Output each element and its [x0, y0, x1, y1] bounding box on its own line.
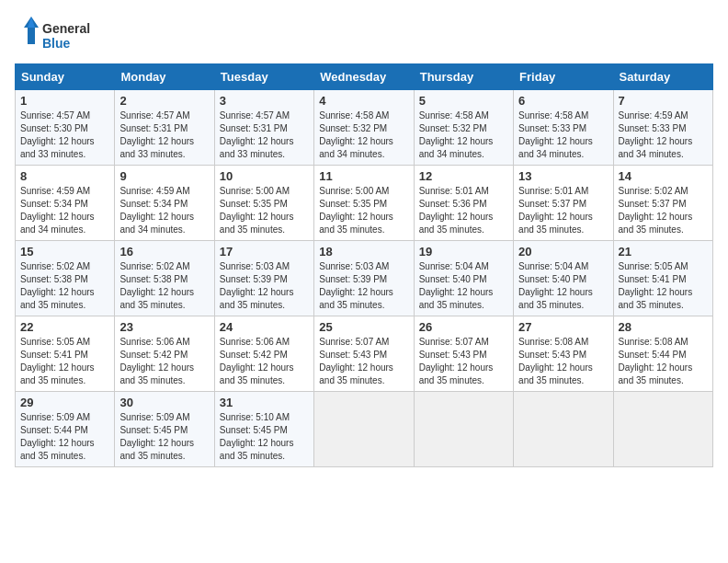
svg-text:General: General	[42, 21, 90, 36]
weekday-header: Wednesday	[314, 64, 414, 90]
calendar-cell	[314, 392, 414, 467]
calendar-week-row: 29 Sunrise: 5:09 AMSunset: 5:44 PMDaylig…	[16, 392, 713, 467]
logo-svg: General Blue	[15, 15, 107, 56]
calendar-cell: 14 Sunrise: 5:02 AMSunset: 5:37 PMDaylig…	[613, 166, 712, 241]
calendar-week-row: 22 Sunrise: 5:05 AMSunset: 5:41 PMDaylig…	[16, 316, 713, 392]
calendar-cell: 19 Sunrise: 5:04 AMSunset: 5:40 PMDaylig…	[414, 241, 513, 316]
day-info: Sunrise: 5:06 AMSunset: 5:42 PMDaylight:…	[119, 337, 194, 385]
weekday-header: Sunday	[16, 64, 115, 90]
weekday-header: Saturday	[613, 64, 712, 90]
day-number: 9	[119, 169, 209, 183]
day-info: Sunrise: 5:02 AMSunset: 5:37 PMDaylight:…	[619, 186, 693, 235]
day-number: 18	[319, 245, 408, 259]
day-number: 31	[220, 396, 309, 409]
day-info: Sunrise: 5:08 AMSunset: 5:43 PMDaylight:…	[518, 337, 593, 385]
calendar-cell: 2 Sunrise: 4:57 AMSunset: 5:31 PMDayligh…	[115, 90, 214, 166]
calendar-cell: 4 Sunrise: 4:58 AMSunset: 5:32 PMDayligh…	[314, 90, 414, 166]
calendar-cell: 24 Sunrise: 5:06 AMSunset: 5:42 PMDaylig…	[214, 316, 313, 392]
day-number: 15	[20, 245, 109, 259]
calendar-cell: 28 Sunrise: 5:08 AMSunset: 5:44 PMDaylig…	[613, 316, 712, 392]
day-info: Sunrise: 5:03 AMSunset: 5:39 PMDaylight:…	[319, 261, 393, 310]
svg-text:Blue: Blue	[42, 36, 71, 51]
day-number: 22	[20, 320, 109, 334]
day-info: Sunrise: 5:07 AMSunset: 5:43 PMDaylight:…	[319, 337, 393, 385]
calendar-cell: 22 Sunrise: 5:05 AMSunset: 5:41 PMDaylig…	[16, 316, 115, 392]
day-info: Sunrise: 4:59 AMSunset: 5:34 PMDaylight:…	[119, 186, 194, 235]
logo: General Blue	[15, 15, 107, 56]
calendar-cell: 1 Sunrise: 4:57 AMSunset: 5:30 PMDayligh…	[16, 90, 115, 166]
day-info: Sunrise: 5:04 AMSunset: 5:40 PMDaylight:…	[419, 261, 494, 310]
day-number: 28	[619, 320, 708, 334]
day-info: Sunrise: 4:59 AMSunset: 5:34 PMDaylight:…	[20, 186, 95, 235]
day-number: 26	[419, 320, 508, 334]
day-number: 17	[220, 245, 309, 259]
calendar-cell: 3 Sunrise: 4:57 AMSunset: 5:31 PMDayligh…	[214, 90, 313, 166]
calendar-cell	[514, 392, 613, 467]
calendar-cell: 17 Sunrise: 5:03 AMSunset: 5:39 PMDaylig…	[214, 241, 313, 316]
day-number: 23	[119, 320, 209, 334]
calendar-cell: 10 Sunrise: 5:00 AMSunset: 5:35 PMDaylig…	[214, 166, 313, 241]
day-info: Sunrise: 5:09 AMSunset: 5:45 PMDaylight:…	[119, 412, 194, 461]
day-info: Sunrise: 5:05 AMSunset: 5:41 PMDaylight:…	[20, 337, 95, 385]
calendar-cell: 21 Sunrise: 5:05 AMSunset: 5:41 PMDaylig…	[613, 241, 712, 316]
calendar-header-row: SundayMondayTuesdayWednesdayThursdayFrid…	[16, 64, 713, 90]
day-number: 29	[20, 396, 109, 409]
day-number: 10	[220, 169, 309, 183]
calendar-cell: 25 Sunrise: 5:07 AMSunset: 5:43 PMDaylig…	[314, 316, 414, 392]
calendar-cell: 15 Sunrise: 5:02 AMSunset: 5:38 PMDaylig…	[16, 241, 115, 316]
day-number: 20	[518, 245, 608, 259]
day-number: 19	[419, 245, 508, 259]
calendar-cell: 27 Sunrise: 5:08 AMSunset: 5:43 PMDaylig…	[514, 316, 613, 392]
calendar-table: SundayMondayTuesdayWednesdayThursdayFrid…	[15, 63, 713, 467]
day-number: 3	[220, 94, 309, 108]
day-number: 13	[518, 169, 608, 183]
day-number: 14	[619, 169, 708, 183]
day-number: 27	[518, 320, 608, 334]
calendar-body: 1 Sunrise: 4:57 AMSunset: 5:30 PMDayligh…	[16, 90, 713, 467]
calendar-cell: 6 Sunrise: 4:58 AMSunset: 5:33 PMDayligh…	[514, 90, 613, 166]
calendar-cell: 20 Sunrise: 5:04 AMSunset: 5:40 PMDaylig…	[514, 241, 613, 316]
header: General Blue	[15, 15, 713, 56]
weekday-header: Thursday	[414, 64, 513, 90]
calendar-cell: 13 Sunrise: 5:01 AMSunset: 5:37 PMDaylig…	[514, 166, 613, 241]
calendar-week-row: 15 Sunrise: 5:02 AMSunset: 5:38 PMDaylig…	[16, 241, 713, 316]
day-info: Sunrise: 5:02 AMSunset: 5:38 PMDaylight:…	[119, 261, 194, 310]
calendar-cell: 11 Sunrise: 5:00 AMSunset: 5:35 PMDaylig…	[314, 166, 414, 241]
day-info: Sunrise: 5:01 AMSunset: 5:36 PMDaylight:…	[419, 186, 494, 235]
day-info: Sunrise: 4:58 AMSunset: 5:32 PMDaylight:…	[419, 110, 494, 159]
day-info: Sunrise: 5:00 AMSunset: 5:35 PMDaylight:…	[319, 186, 393, 235]
calendar-cell	[613, 392, 712, 467]
day-number: 11	[319, 169, 408, 183]
day-info: Sunrise: 5:04 AMSunset: 5:40 PMDaylight:…	[518, 261, 593, 310]
day-info: Sunrise: 5:03 AMSunset: 5:39 PMDaylight:…	[220, 261, 294, 310]
day-info: Sunrise: 4:57 AMSunset: 5:31 PMDaylight:…	[119, 110, 194, 159]
calendar-cell: 8 Sunrise: 4:59 AMSunset: 5:34 PMDayligh…	[16, 166, 115, 241]
calendar-cell: 16 Sunrise: 5:02 AMSunset: 5:38 PMDaylig…	[115, 241, 214, 316]
day-number: 24	[220, 320, 309, 334]
calendar-cell: 26 Sunrise: 5:07 AMSunset: 5:43 PMDaylig…	[414, 316, 513, 392]
calendar-cell: 29 Sunrise: 5:09 AMSunset: 5:44 PMDaylig…	[16, 392, 115, 467]
calendar-week-row: 8 Sunrise: 4:59 AMSunset: 5:34 PMDayligh…	[16, 166, 713, 241]
calendar-cell: 9 Sunrise: 4:59 AMSunset: 5:34 PMDayligh…	[115, 166, 214, 241]
day-number: 2	[119, 94, 209, 108]
day-info: Sunrise: 4:58 AMSunset: 5:33 PMDaylight:…	[518, 110, 593, 159]
calendar-cell: 5 Sunrise: 4:58 AMSunset: 5:32 PMDayligh…	[414, 90, 513, 166]
day-number: 5	[419, 94, 508, 108]
day-info: Sunrise: 5:06 AMSunset: 5:42 PMDaylight:…	[220, 337, 294, 385]
day-info: Sunrise: 4:58 AMSunset: 5:32 PMDaylight:…	[319, 110, 393, 159]
calendar-cell: 30 Sunrise: 5:09 AMSunset: 5:45 PMDaylig…	[115, 392, 214, 467]
calendar-cell: 23 Sunrise: 5:06 AMSunset: 5:42 PMDaylig…	[115, 316, 214, 392]
day-info: Sunrise: 5:01 AMSunset: 5:37 PMDaylight:…	[518, 186, 593, 235]
day-number: 21	[619, 245, 708, 259]
day-info: Sunrise: 4:57 AMSunset: 5:30 PMDaylight:…	[20, 110, 95, 159]
calendar-cell: 12 Sunrise: 5:01 AMSunset: 5:36 PMDaylig…	[414, 166, 513, 241]
day-info: Sunrise: 5:10 AMSunset: 5:45 PMDaylight:…	[220, 412, 294, 461]
day-info: Sunrise: 4:59 AMSunset: 5:33 PMDaylight:…	[619, 110, 693, 159]
day-info: Sunrise: 5:02 AMSunset: 5:38 PMDaylight:…	[20, 261, 95, 310]
day-number: 16	[119, 245, 209, 259]
day-info: Sunrise: 4:57 AMSunset: 5:31 PMDaylight:…	[220, 110, 294, 159]
day-number: 4	[319, 94, 408, 108]
day-number: 6	[518, 94, 608, 108]
day-info: Sunrise: 5:00 AMSunset: 5:35 PMDaylight:…	[220, 186, 294, 235]
weekday-header: Tuesday	[214, 64, 313, 90]
